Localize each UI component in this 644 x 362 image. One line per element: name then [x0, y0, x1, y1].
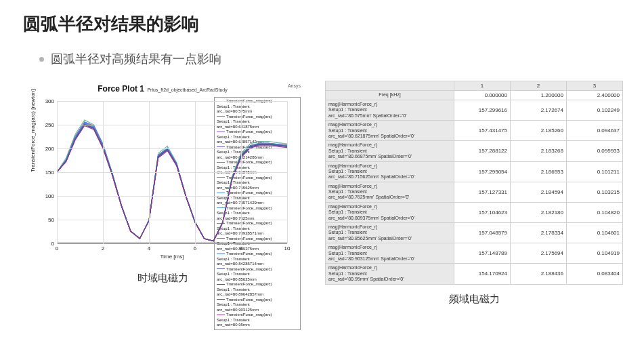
- value-cell: 2.178334: [511, 223, 567, 243]
- row-label-cell: mag(HarmonicForce_r)Setup1 : Transientar…: [326, 100, 454, 121]
- value-cell: 2.183268: [511, 141, 567, 161]
- plot-series-line: [57, 124, 287, 241]
- table-row: mag(HarmonicForce_r)Setup1 : Transientar…: [326, 161, 623, 182]
- row-label-line2: Setup1 : Transient: [328, 169, 451, 174]
- plot-series-line: [57, 120, 287, 241]
- value-cell: 0.103215: [567, 182, 623, 202]
- row-label-line3: arc_rad='80.85625mm' SpatialOrder='0': [328, 236, 451, 241]
- row-label-cell: mag(HarmonicForce_r)Setup1 : Transientar…: [326, 243, 454, 264]
- legend-color-swatch: [217, 315, 225, 315]
- plot-title-area: Force Plot 1 Prius_ft2d_objectbased_ArcR…: [20, 82, 305, 94]
- legend-color-swatch: [217, 299, 225, 300]
- legend-sub: Setup1 : Transient: [217, 318, 298, 323]
- bullet-row: 圆弧半径对高频结果有一点影响: [39, 51, 624, 67]
- value-cell: 157.104623: [454, 202, 511, 222]
- row-label-line3: arc_rad='80.809375mm' SpatialOrder='0': [328, 216, 451, 221]
- value-cell: 0.104601: [567, 223, 623, 243]
- col-header: 3: [567, 81, 623, 91]
- plot-axes: Time [ms] 0246810050100150200250300: [57, 101, 287, 243]
- legend-arc: arc_rad=80.85625mm: [217, 277, 298, 283]
- table-row: mag(HarmonicForce_r)Setup1 : Transientar…: [326, 121, 623, 141]
- freq-row: Freq [kHz]0.0000001.2000002.400000: [326, 91, 623, 100]
- row-label-line1: mag(HarmonicForce_r): [328, 102, 451, 107]
- table-row: mag(HarmonicForce_r)Setup1 : Transientar…: [326, 202, 623, 222]
- plot-series-line: [57, 124, 287, 241]
- legend-heading: TransientForce_mag(arc): [226, 313, 272, 317]
- xtick-label: 2: [102, 243, 104, 252]
- row-label-cell: mag(HarmonicForce_r)Setup1 : Transientar…: [326, 223, 454, 243]
- ansys-logo: Ansys: [288, 83, 301, 88]
- freq-table-block: 123Freq [kHz]0.0000001.2000002.400000mag…: [325, 81, 623, 306]
- freq-label-cell: Freq [kHz]: [326, 91, 454, 100]
- table-row: mag(HarmonicForce_r)Setup1 : Transientar…: [326, 223, 623, 243]
- grid-h: [57, 172, 287, 173]
- plot-series-line: [57, 123, 287, 241]
- value-cell: 0.083404: [567, 264, 623, 284]
- ytick-label: 250: [45, 122, 57, 128]
- legend-sub: Setup1 : Transient: [217, 302, 298, 308]
- legend-heading: TransientForce_mag(arc): [226, 267, 272, 271]
- row-label-cell: mag(HarmonicForce_r)Setup1 : Transientar…: [326, 182, 454, 202]
- value-cell: 0.095933: [567, 141, 623, 161]
- table-row: mag(HarmonicForce_r)Setup1 : Transientar…: [326, 141, 623, 161]
- row-label-line1: mag(HarmonicForce_r): [328, 245, 451, 250]
- row-label-line3: arc_rad='80.95mm' SpatialOrder='0': [328, 277, 451, 282]
- value-cell: 157.288122: [454, 141, 511, 161]
- plot-title: Force Plot 1: [98, 84, 144, 94]
- legend-arc: arc_rad=80.89642857mm: [217, 292, 298, 298]
- row-label-line3: arc_rad='80.7625mm' SpatialOrder='0': [328, 195, 451, 200]
- legend-item: TransientForce_mag(arc): [217, 313, 298, 318]
- value-cell: 157.431475: [454, 121, 511, 141]
- plot-ylabel: TransientForce_mag(arc) [newton]: [30, 89, 36, 172]
- ytick-label: 100: [45, 193, 57, 199]
- row-label-line1: mag(HarmonicForce_r): [328, 142, 451, 148]
- row-label-cell: mag(HarmonicForce_r)Setup1 : Transientar…: [326, 161, 454, 182]
- legend-item: TransientForce_mag(arc): [217, 298, 298, 303]
- table-header-row: 123: [326, 81, 623, 91]
- legend-arc: arc_rad=80.903125mm: [217, 308, 298, 313]
- value-cell: 157.295054: [454, 161, 511, 182]
- row-label-line1: mag(HarmonicForce_r): [328, 204, 451, 209]
- row-label-line1: mag(HarmonicForce_r): [328, 122, 451, 127]
- value-cell: 2.184594: [511, 182, 567, 202]
- plot-series-line: [57, 124, 287, 241]
- value-cell: 2.188436: [511, 264, 567, 284]
- row-label-cell: mag(HarmonicForce_r)Setup1 : Transientar…: [326, 202, 454, 222]
- table-row: mag(HarmonicForce_r)Setup1 : Transientar…: [326, 243, 623, 264]
- legend-item: TransientForce_mag(arc): [217, 267, 298, 273]
- grid-h: [57, 148, 287, 149]
- legend-heading: TransientForce_mag(arc): [226, 298, 272, 302]
- row-label-line2: Setup1 : Transient: [328, 209, 451, 215]
- value-cell: 0.102249: [567, 100, 623, 121]
- force-plot-block: Force Plot 1 Prius_ft2d_objectbased_ArcR…: [20, 81, 305, 285]
- value-cell: 2.186553: [511, 161, 567, 182]
- value-cell: 2.185260: [511, 121, 567, 141]
- plot-series-line: [57, 123, 287, 241]
- legend-color-swatch: [217, 268, 225, 269]
- value-cell: 157.127331: [454, 182, 511, 202]
- header-blank: [326, 81, 454, 91]
- value-cell: 0.104820: [567, 202, 623, 222]
- value-cell: 2.172674: [511, 100, 567, 121]
- plot-series-line: [57, 122, 287, 241]
- legend-item: TransientForce_mag(arc): [217, 282, 298, 287]
- row-label-line3: arc_rad='80.715625mm' SpatialOrder='0': [328, 174, 451, 180]
- row-label-line2: Setup1 : Transient: [328, 271, 451, 277]
- bullet-dot-icon: [39, 57, 44, 62]
- xtick-label: 4: [148, 243, 150, 252]
- ytick-label: 150: [45, 169, 57, 176]
- row-label-line3: arc_rad='80.66875mm' SpatialOrder='0': [328, 154, 451, 159]
- content-row: Force Plot 1 Prius_ft2d_objectbased_ArcR…: [20, 81, 624, 306]
- bullet-text: 圆弧半径对高频结果有一点影响: [51, 51, 221, 67]
- value-cell: 0.104919: [567, 243, 623, 264]
- value-cell: 154.170924: [454, 264, 511, 284]
- row-label-cell: mag(HarmonicForce_r)Setup1 : Transientar…: [326, 141, 454, 161]
- col-header: 2: [511, 81, 567, 91]
- value-cell: 0.094637: [567, 121, 623, 141]
- value-cell: 157.048579: [454, 223, 511, 243]
- grid-h: [57, 101, 287, 102]
- grid-v: [287, 101, 288, 243]
- slide: 圆弧半径对结果的影响 圆弧半径对高频结果有一点影响 Force Plot 1 P…: [0, 0, 644, 362]
- row-label-line2: Setup1 : Transient: [328, 128, 451, 134]
- table-row: mag(HarmonicForce_r)Setup1 : Transientar…: [326, 264, 623, 284]
